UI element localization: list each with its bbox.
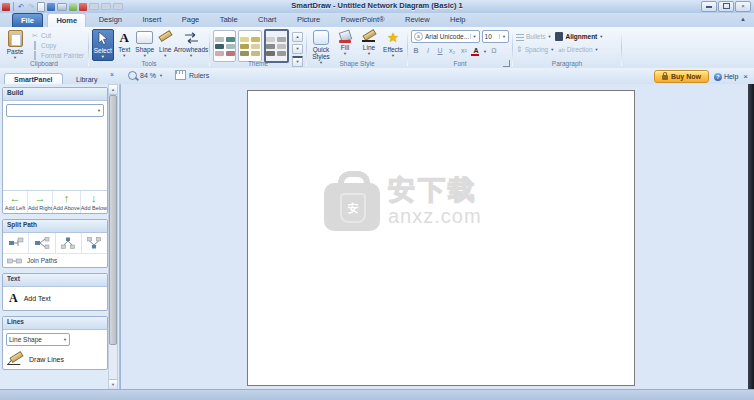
italic-button[interactable]: I [423, 46, 433, 56]
alignment-button[interactable]: Alignment ▼ [555, 32, 603, 41]
tab-home[interactable]: Home [47, 13, 86, 28]
superscript-button[interactable]: x² [459, 46, 469, 56]
tab-insert[interactable]: Insert [134, 13, 169, 27]
panel-close-icon[interactable]: × [110, 71, 114, 78]
paste-icon [8, 30, 23, 47]
canvas-vertical-scrollbar[interactable] [748, 84, 754, 390]
tab-table[interactable]: Table [212, 13, 246, 27]
build-list-box[interactable] [3, 120, 107, 190]
chevron-down-icon[interactable]: ▼ [159, 73, 163, 78]
help-button[interactable]: ? Help [714, 73, 738, 81]
draw-pencil-icon [9, 353, 23, 365]
theme-thumbnail-3-selected[interactable] [264, 29, 289, 63]
tools-group: Select ▼ A Text ▼ Shape ▼ Line [89, 27, 209, 68]
quick-styles-icon [313, 30, 329, 45]
add-above-button[interactable]: ↑ Add Above [52, 191, 80, 213]
split-path-option-4[interactable] [81, 233, 107, 253]
tab-powerpoint[interactable]: PowerPoint® [333, 13, 393, 27]
chevron-down-icon: ▼ [391, 54, 395, 58]
split-path-section: Split Path J [2, 219, 108, 268]
zoom-level[interactable]: 84 % [140, 72, 156, 79]
lock-icon [662, 75, 668, 80]
add-text-button[interactable]: A Add Text [3, 287, 107, 310]
theme-group: ▲ ▼ ▼ Theme [210, 27, 306, 68]
group-separator [621, 29, 622, 66]
window-title: SmartDraw - Untitled Network Diagram (Ba… [0, 1, 754, 10]
join-paths-button[interactable]: Join Paths [3, 254, 107, 267]
split-path-option-3[interactable] [55, 233, 81, 253]
tab-page[interactable]: Page [174, 13, 208, 27]
chevron-down-icon: ▼ [499, 34, 506, 39]
theme-scroll-down-icon[interactable]: ▼ [292, 44, 303, 54]
effects-button[interactable]: ★ Effects ▼ [382, 29, 404, 59]
text-tool-button[interactable]: A Text ▼ [115, 29, 135, 59]
tab-chart[interactable]: Chart [250, 13, 284, 27]
shape-style-group: Quick Styles ▼ Fill ▼ Line ▼ ★ Effects ▼ [307, 27, 407, 68]
tab-design[interactable]: Design [91, 13, 130, 27]
arrow-up-icon: ↑ [64, 193, 70, 204]
line-tool-button[interactable]: Line ▼ [156, 29, 176, 59]
font-group: a Arial Unicode... ▼ 10 ▼ B I U x₂ x² A [408, 27, 512, 68]
build-shape-select[interactable]: ▼ [6, 104, 104, 117]
minimize-button[interactable] [701, 1, 717, 12]
chevron-down-icon: ▼ [595, 48, 599, 52]
rulers-toggle[interactable]: Rulers [189, 72, 209, 79]
font-family-select[interactable]: a Arial Unicode... ▼ [411, 30, 480, 43]
scroll-down-icon[interactable]: ▼ [109, 379, 117, 389]
ribbon: Paste ▼ ✂ Cut Copy Format Painter [0, 27, 754, 69]
add-left-button[interactable]: ← Add Left [3, 191, 27, 213]
chevron-down-icon: ▼ [63, 337, 67, 342]
fill-button[interactable]: Fill ▼ [334, 29, 356, 57]
zoom-magnifier-icon [128, 71, 137, 80]
line-style-button[interactable]: Line ▼ [358, 29, 380, 57]
arrow-left-icon: ← [9, 193, 20, 204]
buy-now-button[interactable]: Buy Now [654, 70, 709, 83]
tab-file[interactable]: File [12, 13, 43, 28]
symbol-button[interactable]: Ω [489, 46, 499, 56]
close-button[interactable]: × [735, 1, 751, 12]
text-a-icon: A [9, 291, 18, 306]
lines-section: Lines Line Shape ▼ Draw Lines [2, 316, 108, 370]
collapse-ribbon-icon[interactable]: ▲ [740, 16, 746, 22]
chevron-down-icon: ▼ [122, 54, 126, 58]
bold-button[interactable]: B [411, 46, 421, 56]
smartpanel-sidebar: Build ▼ ← Add Left → Add Right ↑ [0, 84, 120, 390]
font-dialog-launcher-icon[interactable] [503, 60, 510, 67]
panel-scrollbar[interactable]: ▲ ▼ [108, 84, 118, 390]
shape-tool-button[interactable]: Shape ▼ [135, 29, 155, 59]
watermark-domain-text: anxz.com [388, 205, 482, 227]
theme-scroll-up-icon[interactable]: ▲ [292, 32, 303, 42]
split-path-option-1[interactable] [3, 233, 28, 253]
window-controls: × [701, 1, 751, 12]
tab-help[interactable]: Help [442, 13, 473, 27]
direction-button: ab Direction ▼ [558, 46, 598, 53]
toolbar-close-icon[interactable]: × [743, 72, 748, 81]
chevron-down-icon: ▼ [343, 52, 347, 56]
draw-lines-button[interactable]: Draw Lines [3, 349, 107, 369]
scrollbar-thumb[interactable] [109, 95, 117, 345]
line-pencil-icon [362, 30, 376, 43]
line-shape-select[interactable]: Line Shape ▼ [6, 333, 70, 346]
tab-picture[interactable]: Picture [289, 13, 328, 27]
arrowheads-button[interactable]: Arrowheads ▼ [176, 29, 206, 59]
chevron-down-icon: ▼ [101, 55, 105, 59]
document-page[interactable]: 安 安下载 anxz.com [247, 90, 635, 386]
restore-button[interactable] [718, 1, 734, 12]
scroll-up-icon[interactable]: ▲ [109, 85, 117, 95]
cursor-arrow-icon [98, 31, 108, 46]
font-size-select[interactable]: 10 ▼ [482, 30, 509, 43]
font-color-button[interactable]: A [471, 46, 481, 56]
watermark: 安 安下载 anxz.com [324, 175, 482, 231]
theme-thumbnail-1[interactable] [213, 30, 236, 62]
add-right-button[interactable]: → Add Right [27, 191, 52, 213]
subscript-button[interactable]: x₂ [447, 46, 457, 56]
split-path-option-2[interactable] [28, 233, 54, 253]
arrowheads-icon [184, 30, 199, 45]
select-tool-button[interactable]: Select ▼ [92, 29, 114, 61]
theme-thumbnail-2[interactable] [238, 30, 261, 62]
add-below-button[interactable]: ↓ Add Below [80, 191, 107, 213]
underline-button[interactable]: U [435, 46, 445, 56]
paste-button[interactable]: Paste ▼ [3, 29, 27, 61]
tab-review[interactable]: Review [397, 13, 438, 27]
drawing-canvas[interactable]: 安 安下载 anxz.com [121, 84, 748, 390]
